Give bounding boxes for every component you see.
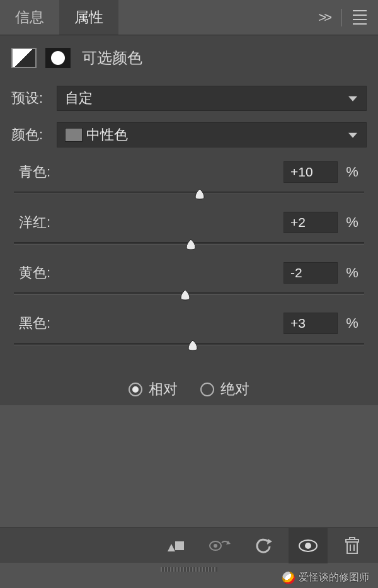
tab-properties[interactable]: 属性	[59, 0, 118, 35]
svg-rect-1	[175, 541, 184, 550]
slider-2: 黄色:-2%	[11, 258, 367, 306]
clip-to-layer-icon[interactable]	[156, 528, 195, 563]
radio-absolute-label: 绝对	[220, 379, 249, 399]
slider-track[interactable]	[11, 238, 367, 256]
slider-label: 洋红:	[19, 213, 284, 232]
reset-icon[interactable]	[244, 528, 284, 563]
svg-point-7	[305, 543, 311, 549]
sliders-group: 青色:+10%洋红:+2%黄色:-2%黑色:+3%	[0, 151, 378, 364]
adjustment-type-icon[interactable]	[11, 48, 37, 68]
panel-menu-icon[interactable]	[353, 10, 367, 25]
preset-dropdown[interactable]: 自定	[57, 86, 367, 111]
divider	[341, 9, 341, 26]
slider-thumb[interactable]	[178, 289, 192, 301]
radio-ring	[129, 383, 142, 396]
view-previous-icon[interactable]	[200, 528, 239, 563]
mode-radio-group: 相对 绝对	[0, 364, 378, 405]
watermark-text: 爱怪谈的修图师	[299, 571, 369, 584]
slider-value-input[interactable]: +3	[284, 313, 338, 334]
slider-thumb[interactable]	[186, 339, 200, 352]
slider-thumb[interactable]	[184, 238, 198, 251]
panel-header: 信息 属性 >>	[0, 0, 378, 35]
panel-footer	[0, 527, 378, 563]
radio-relative-label: 相对	[149, 379, 178, 399]
svg-marker-0	[168, 544, 175, 551]
color-value: 中性色	[86, 125, 128, 144]
visibility-icon[interactable]	[289, 528, 328, 563]
color-label: 颜色:	[11, 125, 49, 144]
layer-mask-icon[interactable]	[45, 48, 71, 68]
slider-track[interactable]	[11, 339, 367, 357]
color-swatch	[65, 128, 83, 142]
slider-value-input[interactable]: -2	[284, 262, 338, 284]
panel-body: 可选颜色 预设: 自定 颜色: 中性色 青色:+10%洋红:+2%黄色:-2%黑…	[0, 35, 378, 405]
watermark: 爱怪谈的修图师	[282, 571, 369, 584]
tab-info[interactable]: 信息	[0, 0, 59, 35]
slider-label: 青色:	[19, 163, 284, 182]
slider-3: 黑色:+3%	[11, 309, 367, 357]
unit-label: %	[338, 164, 367, 180]
radio-relative[interactable]: 相对	[129, 379, 178, 399]
trash-icon[interactable]	[333, 528, 372, 563]
slider-value-input[interactable]: +10	[284, 161, 338, 183]
slider-label: 黑色:	[19, 314, 284, 333]
weibo-logo-icon	[282, 572, 295, 584]
radio-ring	[200, 383, 214, 396]
unit-label: %	[338, 265, 367, 281]
preset-value: 自定	[65, 89, 93, 108]
slider-value-input[interactable]: +2	[284, 212, 338, 233]
unit-label: %	[338, 315, 367, 331]
slider-track[interactable]	[11, 188, 367, 205]
collapse-icon[interactable]: >>	[318, 9, 329, 26]
svg-marker-5	[267, 539, 272, 545]
slider-thumb[interactable]	[193, 188, 207, 200]
slider-0: 青色:+10%	[11, 158, 367, 205]
resize-grip[interactable]	[161, 567, 217, 572]
slider-1: 洋红:+2%	[11, 208, 367, 256]
preset-label: 预设:	[11, 89, 49, 108]
radio-absolute[interactable]: 绝对	[200, 379, 249, 399]
slider-track[interactable]	[11, 289, 367, 306]
unit-label: %	[338, 214, 367, 231]
color-dropdown[interactable]: 中性色	[57, 122, 367, 147]
slider-label: 黄色:	[19, 263, 284, 282]
svg-rect-12	[350, 538, 355, 539]
svg-point-3	[214, 544, 217, 548]
svg-rect-8	[347, 542, 357, 553]
adjustment-title: 可选颜色	[82, 48, 142, 68]
